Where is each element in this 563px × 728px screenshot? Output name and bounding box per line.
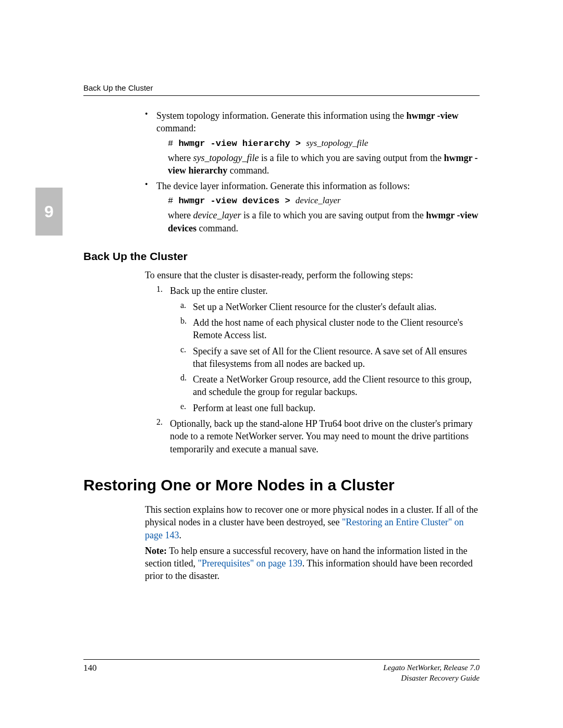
step-text: Back up the entire cluster. [170,285,480,297]
numbered-list: 1. Back up the entire cluster. a.Set up … [156,285,480,455]
text-span: where [168,153,193,163]
text-span: command. [197,223,238,233]
substep-e: e.Perform at least one full backup. [180,402,480,414]
page: Back Up the Cluster 9 System topology in… [0,0,563,728]
substep-text: Specify a save set of All for the Client… [193,345,480,371]
text-span: System topology information. Generate th… [156,110,406,121]
code-line: # hwmgr -view devices > device_layer [168,195,480,206]
text-span: . [179,530,181,540]
running-header: Back Up the Cluster [83,83,480,96]
code-line: # hwmgr -view hierarchy > sys_topology_f… [168,138,480,149]
substep-a: a.Set up a NetWorker Client resource for… [180,301,480,313]
substep-text: Perform at least one full backup. [193,402,480,414]
note-label: Note: [145,546,167,556]
where-text: where device_layer is a file to which yo… [168,209,480,235]
top-bullet-block: System topology information. Generate th… [145,109,480,235]
page-footer: 140 Legato NetWorker, Release 7.0 Disast… [83,659,480,673]
substep-letter: d. [180,373,187,382]
restore-p1: This section explains how to recover one… [145,503,480,541]
page-number: 140 [83,663,97,673]
restore-note: Note: To help ensure a successful recove… [145,545,480,583]
link-prerequisites[interactable]: "Prerequisites" on page 139 [198,558,302,569]
restore-body: This section explains how to recover one… [145,503,480,583]
section-heading-backup: Back Up the Cluster [83,250,480,263]
bullet-item: The device layer information. Generate t… [145,180,480,235]
bullet-list: System topology information. Generate th… [145,109,480,235]
step-2: 2. Optionally, back up the stand-alone H… [156,417,480,455]
content-area: System topology information. Generate th… [83,109,480,586]
text-span: is a file to which you are saving output… [259,153,444,163]
text-span: where [168,210,193,220]
chapter-number: 9 [44,202,54,221]
code-bold: hwmgr -view devices > [178,196,295,206]
step-number: 2. [156,417,163,427]
substep-d: d.Create a NetWorker Group resource, add… [180,373,480,399]
footer-line1: Legato NetWorker, Release 7.0 [383,663,480,673]
substep-c: c.Specify a save set of All for the Clie… [180,345,480,371]
substep-text: Add the host name of each physical clust… [193,316,480,342]
bullet-text: System topology information. Generate th… [156,109,480,135]
alpha-list: a.Set up a NetWorker Client resource for… [180,301,480,414]
substep-text: Create a NetWorker Group resource, add t… [193,373,480,399]
backup-intro: To ensure that the cluster is disaster-r… [145,269,480,281]
running-title: Back Up the Cluster [83,83,153,92]
footer-line2: Disaster Recovery Guide [383,673,480,684]
substep-b: b.Add the host name of each physical clu… [180,316,480,342]
code-bold: hwmgr -view hierarchy > [178,139,306,149]
footer-meta: Legato NetWorker, Release 7.0 Disaster R… [383,663,480,683]
where-text: where sys_topology_file is a file to whi… [168,152,480,177]
italic-span: device_layer [193,210,241,220]
bullet-item: System topology information. Generate th… [145,109,480,177]
text-span: The device layer information. Generate t… [156,181,410,191]
substep-letter: e. [180,402,186,411]
bullet-body: where sys_topology_file is a file to whi… [156,152,480,177]
substep-letter: b. [180,316,187,326]
bullet-body: where device_layer is a file to which yo… [156,209,480,235]
substep-text: Set up a NetWorker Client resource for t… [193,301,480,313]
code-prefix: # [168,196,178,206]
substep-letter: c. [180,345,186,354]
code-italic: sys_topology_file [306,138,368,148]
step-text: Optionally, back up the stand-alone HP T… [170,417,480,455]
backup-body: To ensure that the cluster is disaster-r… [145,269,480,455]
command-bold: hwmgr -view [406,110,458,121]
text-span: command: [156,123,196,133]
text-span: command. [227,165,269,176]
code-prefix: # [168,139,178,149]
code-italic: device_layer [296,195,341,205]
substep-letter: a. [180,301,186,310]
bullet-text: The device layer information. Generate t… [156,180,480,192]
step-number: 1. [156,285,163,294]
section-heading-restore: Restoring One or More Nodes in a Cluster [83,476,480,494]
step-1: 1. Back up the entire cluster. a.Set up … [156,285,480,414]
text-span: is a file to which you are saving output… [241,210,426,220]
italic-span: sys_topology_file [193,153,259,163]
chapter-tab: 9 [35,188,63,236]
